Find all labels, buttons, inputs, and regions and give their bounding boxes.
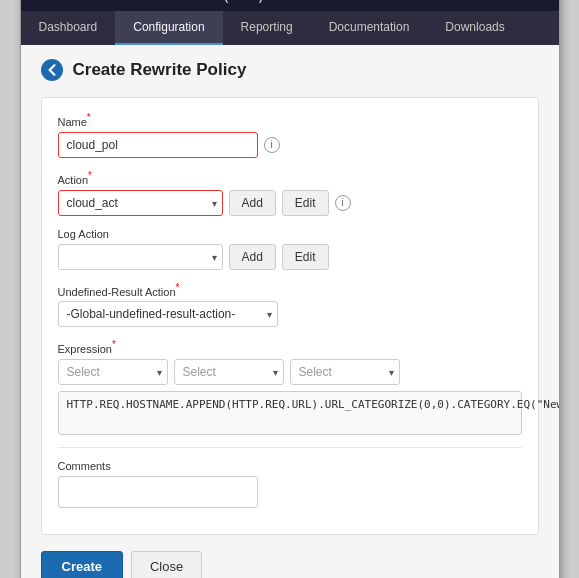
nav-item-dashboard[interactable]: Dashboard [21,11,116,45]
expression-selects-row: Select Select Select [58,359,522,385]
back-button[interactable] [41,59,63,81]
log-action-edit-button[interactable]: Edit [282,244,329,270]
expression-label: Expression* [58,339,522,355]
nav-item-downloads[interactable]: Downloads [427,11,522,45]
action-add-button[interactable]: Add [229,190,276,216]
nav-item-configuration[interactable]: Configuration [115,11,222,45]
action-edit-button[interactable]: Edit [282,190,329,216]
undefined-result-select-wrapper: -Global-undefined-result-action- [58,301,278,327]
log-action-select[interactable] [58,244,223,270]
back-arrow-icon [46,64,58,76]
footer-buttons: Create Close [41,551,539,578]
log-action-label: Log Action [58,228,522,240]
create-button[interactable]: Create [41,551,123,578]
expression-text-area[interactable]: HTTP.REQ.HOSTNAME.APPEND(HTTP.REQ.URL).U… [58,391,522,435]
nav-item-documentation[interactable]: Documentation [311,11,428,45]
action-label: Action* [58,170,522,186]
page-header: Create Rewrite Policy [41,59,539,81]
content-area: Create Rewrite Policy Name* i Action* [21,45,559,578]
log-action-group: Log Action Add Edit [58,228,522,270]
name-label: Name* [58,112,522,128]
name-input-row: i [58,132,522,158]
expression-select-2[interactable]: Select [174,359,284,385]
title-bar: Citrix ADC VPX AZURE BYOL (5000) [21,0,559,11]
comments-group: Comments [58,460,522,508]
action-select[interactable]: cloud_act [58,190,223,216]
page-title: Create Rewrite Policy [73,60,247,80]
subtitle: ADC VPX AZURE BYOL (5000) [70,0,264,3]
log-action-add-button[interactable]: Add [229,244,276,270]
undefined-result-group: Undefined-Result Action* -Global-undefin… [58,282,522,328]
main-window: Citrix ADC VPX AZURE BYOL (5000) Dashboa… [20,0,560,578]
expr-select-wrapper-1: Select [58,359,168,385]
form-section: Name* i Action* cloud_act [41,97,539,535]
nav-bar: Dashboard Configuration Reporting Docume… [21,11,559,45]
expr-select-wrapper-3: Select [290,359,400,385]
undefined-result-label: Undefined-Result Action* [58,282,522,298]
expression-select-1[interactable]: Select [58,359,168,385]
name-input[interactable] [58,132,258,158]
log-action-select-wrapper [58,244,223,270]
action-select-wrapper: cloud_act [58,190,223,216]
divider [58,447,522,448]
brand-name: Citrix [35,0,70,3]
action-info-icon[interactable]: i [335,195,351,211]
expression-select-3[interactable]: Select [290,359,400,385]
log-action-input-row: Add Edit [58,244,522,270]
expression-group: Expression* Select Select [58,339,522,435]
comments-label: Comments [58,460,522,472]
name-group: Name* i [58,112,522,158]
close-button[interactable]: Close [131,551,202,578]
action-group: Action* cloud_act Add Edit i [58,170,522,216]
nav-item-reporting[interactable]: Reporting [223,11,311,45]
comments-input[interactable] [58,476,258,508]
expr-select-wrapper-2: Select [174,359,284,385]
undefined-result-select[interactable]: -Global-undefined-result-action- [58,301,278,327]
action-input-row: cloud_act Add Edit i [58,190,522,216]
name-info-icon[interactable]: i [264,137,280,153]
